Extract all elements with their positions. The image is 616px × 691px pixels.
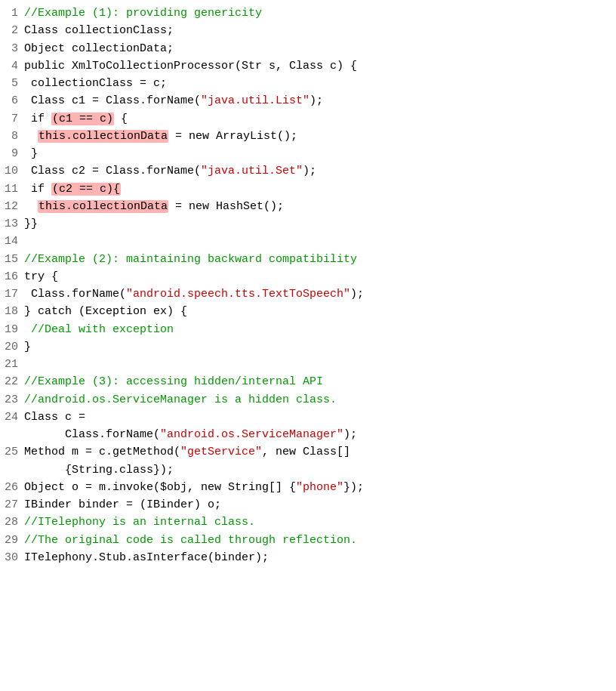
line-content-25b: {String.class}); xyxy=(24,461,613,479)
line-num-25b xyxy=(3,461,24,479)
line-content-28: //ITelephony is an internal class. xyxy=(24,514,613,531)
line-content-4: public XmlToCollectionProcessor(Str s, C… xyxy=(24,57,613,75)
line-num-4: 4 xyxy=(3,57,24,75)
line-num-25: 25 xyxy=(3,443,24,461)
line-content-24b: Class.forName("android.os.ServiceManager… xyxy=(24,426,613,443)
code-line-29: 29 //The original code is called through… xyxy=(0,532,616,549)
line-content-22: //Example (3): accessing hidden/internal… xyxy=(24,373,613,390)
line-num-23: 23 xyxy=(3,391,24,409)
line-content-1: //Example (1): providing genericity xyxy=(24,5,613,22)
code-line-1: 1 //Example (1): providing genericity xyxy=(0,5,616,22)
code-line-18: 18 } catch (Exception ex) { xyxy=(0,303,616,320)
line-content-30: ITelephony.Stub.asInterface(binder); xyxy=(24,549,613,566)
code-line-24b: Class.forName("android.os.ServiceManager… xyxy=(0,426,616,443)
line-content-16: try { xyxy=(24,268,613,285)
code-line-10: 10 Class c2 = Class.forName("java.util.S… xyxy=(0,162,616,180)
line-num-11: 11 xyxy=(3,180,24,198)
line-num-29: 29 xyxy=(3,532,24,549)
code-line-4: 4 public XmlToCollectionProcessor(Str s,… xyxy=(0,57,616,75)
code-line-26: 26 Object o = m.invoke($obj, new String[… xyxy=(0,479,616,496)
line-content-23: //android.os.ServiceManager is a hidden … xyxy=(24,391,613,409)
line-content-18: } catch (Exception ex) { xyxy=(24,303,613,320)
code-line-21: 21 xyxy=(0,356,616,373)
line-num-24b xyxy=(3,426,24,443)
line-num-12: 12 xyxy=(3,198,24,215)
line-num-19: 19 xyxy=(3,321,24,338)
code-line-6: 6 Class c1 = Class.forName("java.util.Li… xyxy=(0,92,616,110)
line-content-24: Class c = xyxy=(24,409,613,426)
line-num-17: 17 xyxy=(3,285,24,303)
line-content-11: if (c2 == c){ xyxy=(24,180,613,198)
code-line-15: 15 //Example (2): maintaining backward c… xyxy=(0,251,616,268)
code-line-2: 2 Class collectionClass; xyxy=(0,22,616,39)
code-line-16: 16 try { xyxy=(0,268,616,285)
line-content-12: this.collectionData = new HashSet(); xyxy=(24,198,613,215)
code-line-12: 12 this.collectionData = new HashSet(); xyxy=(0,198,616,215)
code-container: 1 //Example (1): providing genericity 2 … xyxy=(0,0,616,691)
code-line-23: 23 //android.os.ServiceManager is a hidd… xyxy=(0,391,616,409)
code-line-5: 5 collectionClass = c; xyxy=(0,75,616,92)
code-line-25: 25 Method m = c.getMethod("getService", … xyxy=(0,443,616,461)
code-line-14: 14 xyxy=(0,233,616,250)
line-content-25: Method m = c.getMethod("getService", new… xyxy=(24,443,613,461)
code-line-3: 3 Object collectionData; xyxy=(0,40,616,57)
line-content-26: Object o = m.invoke($obj, new String[] {… xyxy=(24,479,613,496)
line-num-22: 22 xyxy=(3,373,24,390)
line-content-15: //Example (2): maintaining backward comp… xyxy=(24,251,613,268)
line-content-10: Class c2 = Class.forName("java.util.Set"… xyxy=(24,162,613,180)
line-num-14: 14 xyxy=(3,233,24,250)
line-content-19: //Deal with exception xyxy=(24,321,613,338)
line-content-2: Class collectionClass; xyxy=(24,22,613,39)
line-num-8: 8 xyxy=(3,128,24,145)
line-num-26: 26 xyxy=(3,479,24,496)
line-content-17: Class.forName("android.speech.tts.TextTo… xyxy=(24,285,613,303)
line-num-20: 20 xyxy=(3,338,24,356)
code-line-19: 19 //Deal with exception xyxy=(0,321,616,338)
code-line-11: 11 if (c2 == c){ xyxy=(0,180,616,198)
line-content-5: collectionClass = c; xyxy=(24,75,613,92)
code-line-7: 7 if (c1 == c) { xyxy=(0,110,616,128)
line-num-3: 3 xyxy=(3,40,24,57)
line-num-21: 21 xyxy=(3,356,24,373)
line-num-6: 6 xyxy=(3,92,24,110)
code-line-28: 28 //ITelephony is an internal class. xyxy=(0,514,616,531)
line-content-8: this.collectionData = new ArrayList(); xyxy=(24,128,613,145)
line-content-14 xyxy=(24,233,613,250)
code-line-24: 24 Class c = xyxy=(0,409,616,426)
line-num-24: 24 xyxy=(3,409,24,426)
code-line-20: 20 } xyxy=(0,338,616,356)
code-line-17: 17 Class.forName("android.speech.tts.Tex… xyxy=(0,285,616,303)
line-num-1: 1 xyxy=(3,5,24,22)
line-content-21 xyxy=(24,356,613,373)
line-num-2: 2 xyxy=(3,22,24,39)
code-line-30: 30 ITelephony.Stub.asInterface(binder); xyxy=(0,549,616,566)
line-num-9: 9 xyxy=(3,145,24,162)
line-num-18: 18 xyxy=(3,303,24,320)
line-content-20: } xyxy=(24,338,613,356)
line-num-28: 28 xyxy=(3,514,24,531)
code-line-13: 13 }} xyxy=(0,215,616,233)
line-content-7: if (c1 == c) { xyxy=(24,110,613,128)
line-num-15: 15 xyxy=(3,251,24,268)
line-content-13: }} xyxy=(24,215,613,233)
line-num-13: 13 xyxy=(3,215,24,233)
line-content-27: IBinder binder = (IBinder) o; xyxy=(24,496,613,514)
code-line-9: 9 } xyxy=(0,145,616,162)
code-line-8: 8 this.collectionData = new ArrayList(); xyxy=(0,128,616,145)
line-content-9: } xyxy=(24,145,613,162)
code-line-27: 27 IBinder binder = (IBinder) o; xyxy=(0,496,616,514)
line-num-30: 30 xyxy=(3,549,24,566)
line-num-7: 7 xyxy=(3,110,24,128)
line-content-3: Object collectionData; xyxy=(24,40,613,57)
code-line-25b: {String.class}); xyxy=(0,461,616,479)
line-num-10: 10 xyxy=(3,162,24,180)
code-line-22: 22 //Example (3): accessing hidden/inter… xyxy=(0,373,616,390)
line-num-27: 27 xyxy=(3,496,24,514)
line-content-6: Class c1 = Class.forName("java.util.List… xyxy=(24,92,613,110)
line-content-29: //The original code is called through re… xyxy=(24,532,613,549)
line-num-5: 5 xyxy=(3,75,24,92)
line-num-16: 16 xyxy=(3,268,24,285)
